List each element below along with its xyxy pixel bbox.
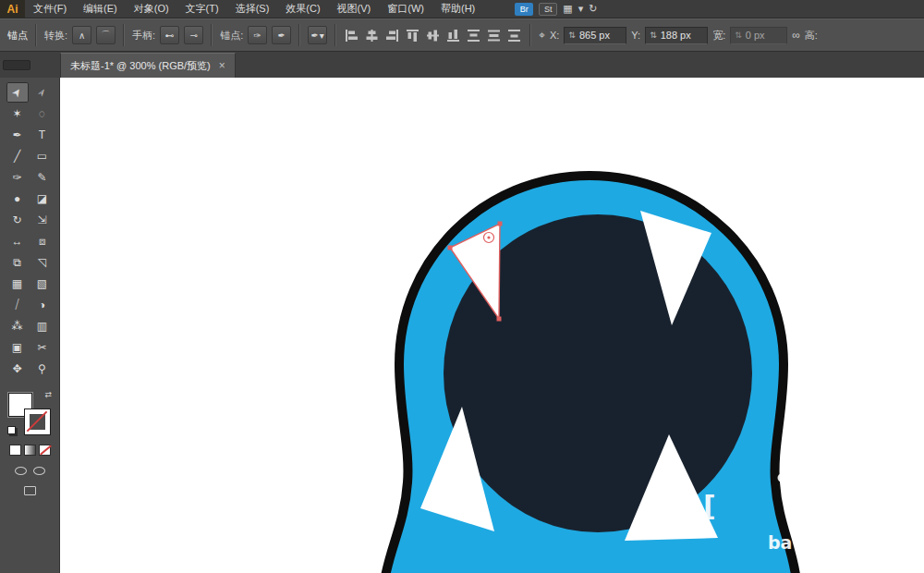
watermark-text: ba xyxy=(768,532,792,553)
zoom-tool[interactable]: ⚲ xyxy=(31,359,54,379)
stock-badge[interactable]: St xyxy=(539,3,557,16)
scale-tool[interactable]: ⇲ xyxy=(31,210,54,230)
menu-edit[interactable]: 编辑(E) xyxy=(75,0,126,18)
align-v-center-button[interactable] xyxy=(425,29,441,43)
direct-selection-tool[interactable]: ➢ xyxy=(31,82,54,103)
chevron-down-icon[interactable]: ▾ xyxy=(578,3,584,15)
document-tab-bar: 未标题-1* @ 300% (RGB/预览) × xyxy=(0,52,924,78)
draw-behind-icon[interactable] xyxy=(33,467,45,475)
separator xyxy=(35,24,37,46)
stroke-color-swatch[interactable] xyxy=(25,409,50,434)
menu-type[interactable]: 文字(T) xyxy=(177,0,227,18)
width-tool[interactable]: ↔ xyxy=(6,231,29,251)
pen-tool[interactable]: ✒ xyxy=(6,125,29,145)
none-button[interactable] xyxy=(39,445,51,456)
menu-file[interactable]: 文件(F) xyxy=(25,0,75,18)
blend-tool[interactable]: ◑ xyxy=(31,295,54,315)
align-top-button[interactable] xyxy=(405,29,420,43)
column-graph-tool[interactable]: ▥ xyxy=(31,316,54,336)
artboard-icon: ▣ xyxy=(12,341,22,354)
rectangle-tool[interactable]: ▭ xyxy=(31,146,54,166)
gradient-button[interactable] xyxy=(24,445,36,456)
distribute-bottom-icon xyxy=(507,29,521,43)
context-label: 锚点 xyxy=(7,29,28,43)
artboard-tool[interactable]: ▣ xyxy=(6,337,29,358)
change-screen-mode-icon[interactable] xyxy=(24,486,36,495)
blend-icon: ◑ xyxy=(39,299,45,311)
magic-wand-tool[interactable]: ✶ xyxy=(6,104,29,124)
slice-tool[interactable]: ✂ xyxy=(31,337,54,358)
width-input[interactable]: ⇅ 0 px xyxy=(730,27,787,44)
screen-mode-row xyxy=(24,486,36,495)
convert-to-corner-button[interactable]: ∧ xyxy=(72,26,91,44)
reference-point-icon[interactable]: ⌖ xyxy=(539,29,545,42)
blob-brush-tool[interactable]: ● xyxy=(6,189,29,209)
eraser-tool[interactable]: ◪ xyxy=(31,189,54,209)
menu-effect[interactable]: 效果(C) xyxy=(277,0,328,18)
eyedropper-tool[interactable]: ⧸ xyxy=(6,295,29,315)
workspace-switcher-icon[interactable]: ▦ xyxy=(563,3,572,15)
align-right-button[interactable] xyxy=(384,29,400,43)
link-dimensions-icon[interactable]: ∞ xyxy=(792,29,800,42)
pencil-tool[interactable]: ✎ xyxy=(31,167,54,188)
mesh-tool[interactable]: ▦ xyxy=(6,274,29,294)
control-bar: 锚点 转换: ∧ ⌒ 手柄: ⊷ ⊸ 锚点: ✑ ✒ ✒ ▾ ⌖ X: ⇅ 86… xyxy=(0,18,924,52)
hide-handles-button[interactable]: ⊸ xyxy=(184,26,203,44)
column-graph-icon: ▥ xyxy=(37,320,47,333)
align-h-center-button[interactable] xyxy=(364,29,380,43)
stepper-icon[interactable]: ⇅ xyxy=(735,30,742,40)
y-value: 188 px xyxy=(661,30,691,41)
y-input[interactable]: ⇅ 188 px xyxy=(645,27,708,44)
color-button[interactable] xyxy=(9,445,21,456)
menu-help[interactable]: 帮助(H) xyxy=(432,0,483,18)
convert-label: 转换: xyxy=(44,29,67,43)
align-bottom-button[interactable] xyxy=(445,29,461,43)
gradient-icon: ▧ xyxy=(37,277,47,290)
show-handles-button[interactable]: ⊷ xyxy=(160,26,179,44)
perspective-grid-tool[interactable]: ◹ xyxy=(31,252,54,273)
free-transform-tool[interactable]: ⧈ xyxy=(31,231,54,251)
align-v-center-icon xyxy=(426,29,440,43)
document-tab[interactable]: 未标题-1* @ 300% (RGB/预览) × xyxy=(60,53,236,78)
shape-builder-tool[interactable]: ⧉ xyxy=(6,252,29,273)
close-icon[interactable]: × xyxy=(219,60,225,71)
align-left-button[interactable] xyxy=(344,29,359,43)
add-anchor-button[interactable]: ✒ xyxy=(272,26,291,44)
symbol-sprayer-tool[interactable]: ⁂ xyxy=(6,316,29,336)
align-right-icon xyxy=(385,29,399,43)
y-label: Y: xyxy=(631,30,640,41)
menu-object[interactable]: 对象(O) xyxy=(126,0,177,18)
x-input[interactable]: ⇅ 865 px xyxy=(564,27,626,44)
gradient-tool[interactable]: ▧ xyxy=(31,274,54,294)
line-segment-tool[interactable]: ╱ xyxy=(6,146,29,166)
sync-icon[interactable]: ↻ xyxy=(589,3,597,15)
distribute-center-icon xyxy=(487,29,501,43)
stepper-icon[interactable]: ⇅ xyxy=(568,30,576,40)
shape-builder-icon: ⧉ xyxy=(13,256,21,269)
tools-grid: ➤➢✶◌✒T╱▭✑✎●◪↻⇲↔⧈⧉◹▦▧⧸◑⁂▥▣✂✥⚲ xyxy=(6,82,54,379)
distribute-top-button[interactable] xyxy=(466,29,481,43)
default-fill-stroke-icon[interactable] xyxy=(7,426,16,434)
distribute-center-button[interactable] xyxy=(486,29,502,43)
width-value: 0 px xyxy=(746,30,765,41)
draw-normal-icon[interactable] xyxy=(15,467,27,475)
paintbrush-tool[interactable]: ✑ xyxy=(6,167,29,188)
path-options-button[interactable]: ✒ ▾ xyxy=(308,26,327,44)
bridge-badge[interactable]: Br xyxy=(515,3,533,16)
panel-grip[interactable] xyxy=(3,60,30,70)
convert-to-smooth-button[interactable]: ⌒ xyxy=(96,26,116,44)
type-tool[interactable]: T xyxy=(31,125,54,145)
canvas[interactable]: [ ba xyxy=(60,78,924,573)
menu-select[interactable]: 选择(S) xyxy=(227,0,278,18)
distribute-bottom-button[interactable] xyxy=(506,29,522,43)
hand-tool[interactable]: ✥ xyxy=(6,359,29,379)
swap-fill-stroke-icon[interactable]: ⇄ xyxy=(44,390,52,399)
menu-window[interactable]: 窗口(W) xyxy=(379,0,432,18)
stepper-icon[interactable]: ⇅ xyxy=(650,30,657,40)
rotate-tool[interactable]: ↻ xyxy=(6,210,29,230)
selection-tool[interactable]: ➤ xyxy=(6,82,29,103)
menu-view[interactable]: 视图(V) xyxy=(329,0,380,18)
remove-anchor-button[interactable]: ✑ xyxy=(248,26,267,44)
hand-icon: ✥ xyxy=(12,362,21,375)
lasso-tool[interactable]: ◌ xyxy=(31,104,54,124)
